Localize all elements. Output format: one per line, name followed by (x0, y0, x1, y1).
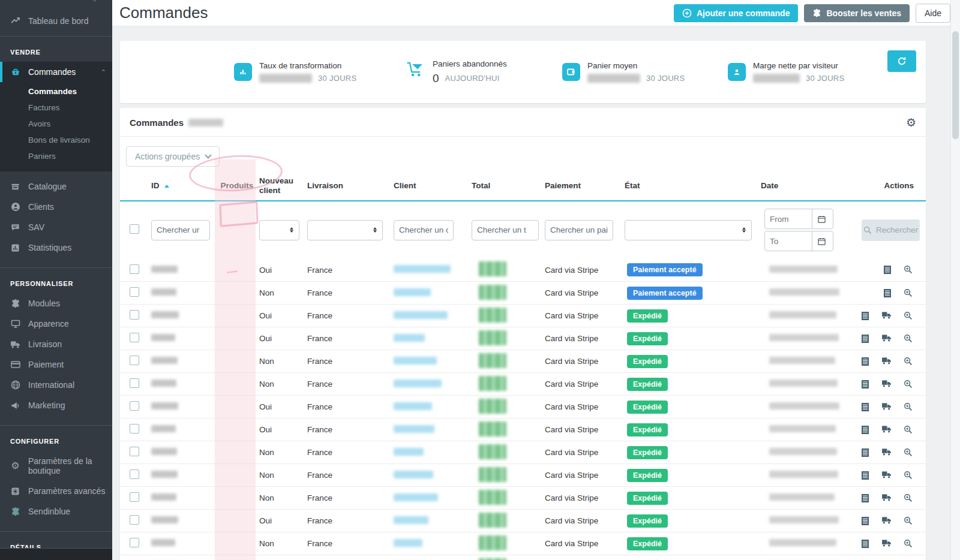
payment-filter-input[interactable] (545, 220, 613, 240)
sidebar-item-clients[interactable]: Clients (0, 197, 112, 217)
sort-asc-icon[interactable] (164, 185, 169, 188)
column-header-produits[interactable]: Produits (215, 181, 256, 191)
row-checkbox[interactable] (130, 401, 139, 411)
sidebar-item-sav[interactable]: SAV (0, 217, 112, 237)
zoom-in-icon[interactable] (904, 471, 913, 480)
search-button[interactable]: Rechercher (862, 219, 920, 241)
order-details-icon[interactable] (861, 539, 869, 549)
truck-icon[interactable] (881, 357, 892, 366)
sidebar-item-commandes[interactable]: Commandes ⌃ (0, 62, 112, 82)
truck-icon[interactable] (881, 448, 892, 457)
zoom-in-icon[interactable] (904, 357, 913, 366)
column-header-paiement[interactable]: Paiement (541, 181, 621, 191)
scrollbar-thumb[interactable] (952, 31, 959, 139)
new-client-filter-select[interactable] (259, 220, 299, 240)
client-filter-input[interactable] (394, 220, 454, 240)
row-checkbox[interactable] (130, 538, 139, 547)
order-details-icon[interactable] (883, 288, 892, 298)
order-details-icon[interactable] (861, 471, 869, 480)
order-details-icon[interactable] (861, 402, 869, 412)
zoom-in-icon[interactable] (904, 311, 913, 321)
row-checkbox[interactable] (130, 378, 139, 388)
order-details-icon[interactable] (861, 516, 869, 526)
truck-icon[interactable] (881, 539, 892, 549)
sidebar-item-apparence[interactable]: Apparence (0, 314, 112, 334)
row-checkbox[interactable] (130, 515, 139, 525)
column-header-nouveau-client[interactable]: Nouveau client (256, 176, 304, 195)
id-filter-input[interactable] (151, 220, 210, 240)
calendar-icon[interactable] (812, 231, 831, 251)
truck-icon[interactable] (881, 493, 892, 503)
column-header-etat[interactable]: État (621, 181, 757, 191)
bulk-actions-button[interactable]: Actions groupées (126, 146, 220, 167)
zoom-in-icon[interactable] (904, 493, 913, 503)
delivery-filter-select[interactable] (307, 220, 383, 240)
sidebar-subitem-commandes[interactable]: Commandes (0, 83, 112, 100)
sidebar-item-modules[interactable]: Modules (0, 293, 112, 314)
row-checkbox[interactable] (130, 264, 139, 274)
zoom-in-icon[interactable] (904, 425, 913, 435)
row-checkbox[interactable] (130, 333, 139, 342)
truck-icon[interactable] (881, 516, 892, 526)
sidebar-subitem-bons-de-livraison[interactable]: Bons de livraison (0, 132, 112, 148)
zoom-in-icon[interactable] (904, 516, 913, 526)
truck-icon[interactable] (881, 311, 892, 321)
order-details-icon[interactable] (861, 425, 869, 435)
date-from-input[interactable] (765, 215, 812, 224)
gear-icon[interactable]: ⚙ (906, 116, 916, 130)
zoom-in-icon[interactable] (904, 448, 913, 457)
truck-icon[interactable] (881, 402, 892, 412)
column-header-date[interactable]: Date (757, 181, 846, 191)
truck-icon[interactable] (881, 471, 892, 480)
sidebar-item-parametres-boutique[interactable]: ⚙ Paramètres de la boutique (0, 451, 112, 481)
truck-icon[interactable] (881, 334, 892, 344)
add-order-button[interactable]: Ajouter une commande (674, 4, 799, 22)
sidebar-item-international[interactable]: International (0, 375, 112, 395)
column-header-client[interactable]: Client (390, 181, 468, 191)
zoom-in-icon[interactable] (904, 265, 913, 275)
sidebar-item-sendinblue[interactable]: Sendinblue (0, 501, 112, 522)
sidebar-item-livraison[interactable]: Livraison (0, 334, 112, 354)
state-filter-select[interactable] (625, 220, 752, 240)
column-header-livraison[interactable]: Livraison (304, 181, 390, 191)
sidebar-subitem-paniers[interactable]: Paniers (0, 148, 112, 164)
sidebar-subitem-factures[interactable]: Factures (0, 100, 112, 116)
order-details-icon[interactable] (861, 334, 869, 344)
date-to-input[interactable] (765, 237, 812, 246)
truck-icon[interactable] (881, 425, 892, 435)
total-filter-input[interactable] (472, 220, 539, 240)
help-button[interactable]: Aide (916, 4, 950, 23)
order-details-icon[interactable] (883, 265, 892, 275)
row-checkbox[interactable] (130, 447, 139, 456)
sidebar-item-statistiques[interactable]: Statistiques (0, 237, 112, 258)
vertical-scrollbar[interactable] (950, 0, 960, 560)
select-all-checkbox[interactable] (130, 224, 139, 234)
truck-icon[interactable] (881, 380, 892, 389)
sidebar-item-catalogue[interactable]: Catalogue (0, 176, 112, 197)
sidebar-item-dashboard[interactable]: Tableau de bord (0, 11, 112, 31)
sidebar-item-marketing[interactable]: Marketing (0, 395, 112, 416)
row-checkbox[interactable] (130, 469, 139, 479)
row-checkbox[interactable] (130, 356, 139, 365)
order-details-icon[interactable] (861, 448, 869, 457)
order-details-icon[interactable] (861, 357, 869, 366)
column-header-id[interactable]: ID (148, 181, 215, 191)
calendar-icon[interactable] (812, 209, 831, 228)
order-details-icon[interactable] (861, 493, 869, 503)
refresh-button[interactable] (887, 50, 916, 72)
sidebar-item-paiement[interactable]: Paiement (0, 354, 112, 375)
zoom-in-icon[interactable] (904, 334, 913, 344)
zoom-in-icon[interactable] (904, 288, 913, 298)
row-checkbox[interactable] (130, 492, 139, 502)
boost-sales-button[interactable]: Booster les ventes (804, 4, 910, 22)
zoom-in-icon[interactable] (904, 539, 913, 549)
row-checkbox[interactable] (130, 424, 139, 433)
order-details-icon[interactable] (861, 311, 869, 321)
row-checkbox[interactable] (130, 310, 139, 320)
zoom-in-icon[interactable] (904, 402, 913, 412)
sidebar-item-parametres-avances[interactable]: Paramètres avancés (0, 481, 112, 501)
zoom-in-icon[interactable] (904, 380, 913, 389)
column-header-total[interactable]: Total (468, 181, 541, 191)
sidebar-subitem-avoirs[interactable]: Avoirs (0, 116, 112, 132)
order-details-icon[interactable] (861, 380, 869, 389)
